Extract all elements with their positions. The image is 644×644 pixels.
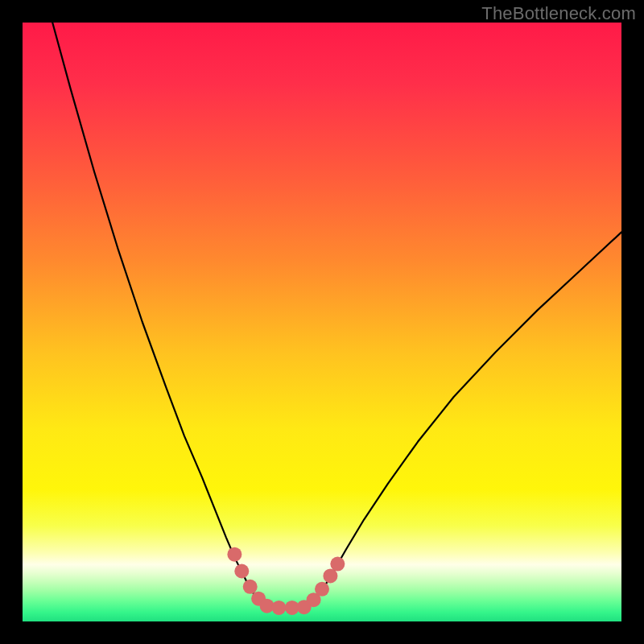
watermark-text: TheBottleneck.com <box>481 3 636 24</box>
plot-area <box>23 23 621 621</box>
chart-svg <box>23 23 621 621</box>
marker-point <box>330 557 345 572</box>
marker-point <box>315 582 329 597</box>
series-left-curve <box>52 23 268 608</box>
marker-point <box>271 601 286 615</box>
marker-point <box>234 564 249 579</box>
chart-frame: TheBottleneck.com <box>0 0 644 644</box>
marker-point <box>243 580 258 594</box>
series-group <box>52 23 621 608</box>
series-right-curve <box>304 232 621 607</box>
markers-group <box>227 547 345 615</box>
marker-point <box>227 547 242 562</box>
